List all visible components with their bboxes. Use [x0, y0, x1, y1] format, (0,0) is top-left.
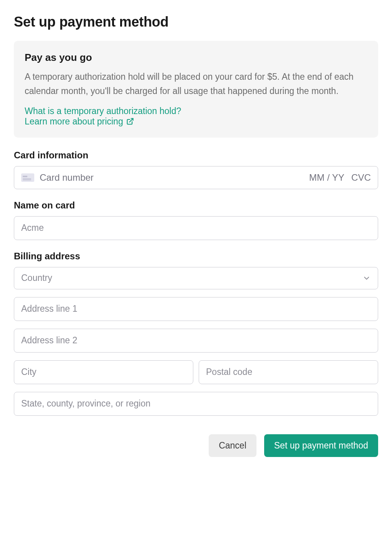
authorization-hold-link[interactable]: What is a temporary authorization hold?: [25, 106, 181, 116]
billing-address-label: Billing address: [14, 251, 378, 262]
country-select[interactable]: Country: [14, 267, 378, 289]
submit-button[interactable]: Set up payment method: [264, 434, 378, 457]
svg-line-0: [129, 119, 133, 122]
name-on-card-label: Name on card: [14, 200, 378, 211]
page-title: Set up payment method: [14, 14, 378, 30]
chevron-down-icon: [362, 274, 371, 282]
address-line-2-input[interactable]: [14, 329, 378, 353]
billing-address-section: Billing address Country: [14, 251, 378, 416]
card-icon: [21, 173, 34, 182]
card-input-row[interactable]: Card number MM / YY CVC: [14, 166, 378, 189]
card-information-label: Card information: [14, 150, 378, 161]
plan-info-box: Pay as you go A temporary authorization …: [14, 41, 378, 138]
card-expiry-placeholder: MM / YY: [309, 172, 345, 183]
card-information-section: Card information Card number MM / YY CVC: [14, 150, 378, 189]
card-cvc-placeholder: CVC: [351, 172, 371, 183]
footer-actions: Cancel Set up payment method: [14, 434, 378, 457]
plan-heading: Pay as you go: [25, 52, 367, 64]
plan-description: A temporary authorization hold will be p…: [25, 70, 367, 98]
country-placeholder: Country: [21, 273, 52, 283]
city-input[interactable]: [14, 360, 193, 384]
card-number-placeholder: Card number: [40, 172, 304, 183]
pricing-link[interactable]: Learn more about pricing: [25, 116, 134, 127]
external-link-icon: [126, 118, 134, 125]
cancel-button[interactable]: Cancel: [209, 434, 256, 457]
address-line-1-input[interactable]: [14, 297, 378, 321]
region-input[interactable]: [14, 392, 378, 416]
name-on-card-section: Name on card: [14, 200, 378, 240]
authorization-hold-link-label: What is a temporary authorization hold?: [25, 106, 181, 116]
postal-code-input[interactable]: [199, 360, 378, 384]
name-on-card-input[interactable]: [14, 216, 378, 240]
pricing-link-label: Learn more about pricing: [25, 116, 123, 127]
